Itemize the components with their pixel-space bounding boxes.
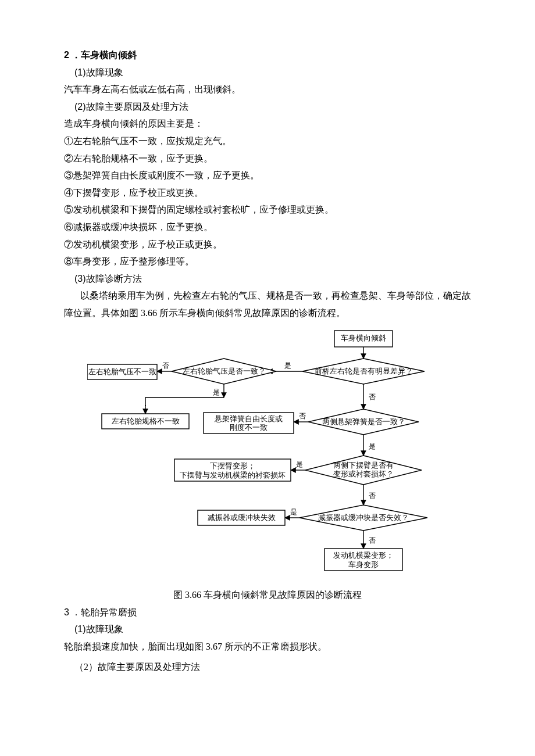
subsection-number: (3)	[74, 274, 86, 284]
subsection-number: （2）	[74, 662, 98, 672]
list-item: ⑧车身变形，应予整形修理等。	[64, 253, 471, 270]
node-text: 左右轮胎规格不一致	[112, 417, 180, 425]
body-text: 轮胎磨损速度加快，胎面出现如图 3.67 所示的不正常磨损形状。	[64, 638, 471, 655]
edge-label: 否	[369, 492, 376, 499]
list-item: ④下摆臂变形，应予校正或更换。	[64, 184, 471, 202]
list-item: ⑤发动机横梁和下摆臂的固定螺栓或衬套松旷，应予修理或更换。	[64, 201, 471, 218]
node-text: 车身变形	[348, 560, 379, 568]
list-item: ②左右轮胎规格不一致，应予更换。	[64, 150, 471, 167]
subsection-title: 故障主要原因及处理方法	[98, 662, 200, 672]
subsection-number: (2)	[74, 102, 86, 112]
edge-label: 是	[284, 361, 291, 368]
edge-label: 否	[162, 361, 169, 368]
edge-label: 否	[369, 393, 376, 400]
list-item: ①左右轮胎气压不一致，应按规定充气。	[64, 132, 471, 150]
subsection-title: 故障现象	[86, 624, 123, 634]
subsection-heading: (1)故障现象	[64, 621, 471, 638]
node-text: 刚度不一致	[230, 422, 268, 431]
section-number: 2	[64, 50, 69, 60]
body-text: 汽车车身左高右低或左低右高，出现倾斜。	[64, 81, 471, 98]
node-text: 前桥左右轮是否有明显差异？	[315, 367, 413, 375]
section-title: ．轮胎异常磨损	[72, 607, 137, 617]
subsection-heading: （2）故障主要原因及处理方法	[64, 658, 471, 676]
node-text: 减振器或缓冲块失效	[208, 513, 276, 521]
body-text: 以桑塔纳乘用车为例，先检查左右轮的气压、规格是否一致，再检查悬架、车身等部位，确…	[64, 287, 471, 321]
flowchart: 车身横向倾斜 前桥左右轮是否有明显差异？ 是 左右轮胎气压是否一致？ 否 左右轮…	[87, 328, 448, 583]
edge	[145, 397, 224, 406]
body-text: 造成车身横向倾斜的原因主要是：	[64, 115, 471, 132]
subsection-number: (1)	[74, 624, 86, 634]
node-text: 两侧下摆臂是否有	[333, 460, 394, 469]
node-text: 车身横向倾斜	[341, 334, 386, 342]
subsection-heading: (1)故障现象	[64, 64, 471, 81]
node-text: 发动机横梁变形；	[333, 550, 394, 559]
list-item: ⑦发动机横梁变形，应予校正或更换。	[64, 236, 471, 253]
edge-label: 是	[290, 508, 297, 515]
section-title: ．车身横向倾斜	[72, 50, 137, 60]
subsection-heading: (2)故障主要原因及处理方法	[64, 98, 471, 116]
node-text: 下摆臂与发动机横梁的衬套损坏	[180, 470, 286, 479]
subsection-title: 故障现象	[86, 67, 123, 77]
section-heading-2: 2 ．车身横向倾斜	[64, 46, 471, 64]
figure-caption: 图 3.66 车身横向倾斜常见故障原因的诊断流程	[64, 586, 471, 604]
node-text: 变形或衬套损坏？	[333, 470, 394, 478]
list-item: ⑥减振器或缓冲块损坏，应予更换。	[64, 218, 471, 236]
node-text: 减振器或缓冲块是否失效？	[318, 513, 409, 521]
edge-label: 是	[213, 388, 220, 395]
node-text: 下摆臂变形；	[210, 461, 255, 470]
flowchart-svg: 车身横向倾斜 前桥左右轮是否有明显差异？ 是 左右轮胎气压是否一致？ 否 左右轮…	[87, 328, 448, 578]
edge-label: 否	[369, 536, 376, 543]
list-item: ③悬架弹簧自由长度或刚度不一致，应予更换。	[64, 167, 471, 184]
node-text: 悬架弹簧自由长度或	[214, 414, 283, 422]
section-heading-3: 3 ．轮胎异常磨损	[64, 604, 471, 621]
node-text: 左右轮胎气压不一致	[88, 367, 156, 375]
subsection-title: 故障诊断方法	[86, 274, 142, 284]
section-number: 3	[64, 607, 69, 617]
edge-label: 是	[369, 442, 376, 449]
node-text: 两侧悬架弹簧是否一致？	[322, 417, 405, 425]
subsection-number: (1)	[74, 67, 86, 77]
subsection-heading: (3)故障诊断方法	[64, 270, 471, 288]
edge-label: 否	[299, 412, 306, 419]
node-text: 左右轮胎气压是否一致？	[183, 367, 266, 375]
subsection-title: 故障主要原因及处理方法	[86, 102, 188, 112]
edge-label: 是	[296, 460, 303, 467]
